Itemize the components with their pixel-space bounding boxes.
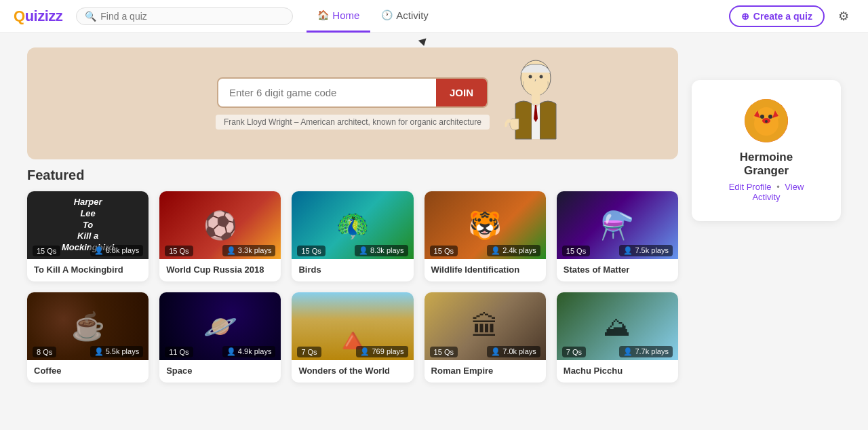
card-plays: 👤 3.3k plays	[222, 245, 276, 256]
card-plays: 👤 6.8k plays	[90, 245, 144, 256]
card-space[interactable]: 11 Qs 👤 4.9k plays Space	[159, 292, 281, 383]
svg-point-14	[765, 120, 768, 123]
card-plays: 👤 8.3k plays	[355, 245, 408, 256]
card-plays: 👤 4.9k plays	[222, 346, 276, 357]
card-wildlife[interactable]: 15 Qs 👤 2.4k plays Wildlife Identificati…	[425, 191, 546, 281]
card-qs: 7 Qs	[297, 347, 321, 357]
nav-activity[interactable]: 🕐 Activity	[370, 0, 439, 33]
activity-label: Activity	[396, 9, 429, 21]
card-qs: 15 Qs	[33, 246, 60, 256]
home-icon: 🏠	[317, 9, 329, 20]
featured-row-2: 8 Qs 👤 5.5k plays Coffee 11 Qs 👤 4.9k pl…	[27, 292, 678, 383]
card-matter[interactable]: 15 Qs 👤 7.5k plays States of Matter	[557, 191, 678, 281]
profile-links: Edit Profile • View Activity	[719, 182, 814, 202]
svg-rect-3	[532, 94, 540, 104]
edit-profile-link[interactable]: Edit Profile	[729, 182, 772, 192]
card-plays: 👤 7.0k plays	[487, 346, 540, 357]
avatar	[745, 99, 788, 142]
card-qs: 15 Qs	[165, 246, 193, 256]
card-title: Space	[159, 360, 281, 383]
navbar: Quizizz 🔍 🏠 Home 🕐 Activity ⊕ Create a q…	[0, 0, 868, 33]
search-input[interactable]	[100, 11, 284, 22]
hero-banner: JOIN Frank Lloyd Wright – American archi…	[27, 47, 678, 159]
featured-section: Featured HarperLeeToKill aMockingbird 15…	[14, 168, 692, 383]
home-label: Home	[332, 9, 359, 21]
card-qs: 7 Qs	[562, 347, 586, 357]
featured-row-1: HarperLeeToKill aMockingbird 15 Qs 👤 6.8…	[27, 191, 678, 281]
card-worldcup[interactable]: 15 Qs 👤 3.3k plays World Cup Russia 2018	[159, 191, 281, 281]
card-qs: 15 Qs	[562, 246, 590, 256]
activity-icon: 🕐	[381, 9, 393, 20]
card-title: World Cup Russia 2018	[159, 259, 281, 281]
card-title: Wonders of the World	[292, 360, 413, 383]
profile-name: Hermoine Granger	[719, 151, 814, 178]
profile-card: Hermoine Granger Edit Profile • View Act…	[692, 80, 841, 221]
card-qs: 8 Qs	[33, 347, 56, 357]
card-mockingbird[interactable]: HarperLeeToKill aMockingbird 15 Qs 👤 6.8…	[27, 191, 149, 281]
card-machu[interactable]: 7 Qs 👤 7.7k plays Machu Picchu	[557, 292, 678, 383]
settings-icon[interactable]: ⚙	[833, 5, 854, 27]
card-title: Wildlife Identification	[425, 259, 546, 281]
hero-caption: Frank Lloyd Wright – American architect,…	[216, 115, 490, 130]
card-title: Birds	[292, 259, 413, 281]
card-plays: 👤 769 plays	[356, 346, 408, 357]
card-plays: 👤 2.4k plays	[487, 245, 540, 256]
nav-home[interactable]: 🏠 Home	[307, 0, 370, 33]
search-icon: 🔍	[85, 11, 96, 22]
card-title: Roman Empire	[425, 360, 546, 383]
section-title: Featured	[27, 168, 678, 183]
card-birds[interactable]: 15 Qs 👤 8.3k plays Birds	[292, 191, 413, 281]
card-plays: 👤 7.5k plays	[619, 245, 673, 256]
nav-links: 🏠 Home 🕐 Activity	[307, 0, 439, 33]
card-roman[interactable]: 15 Qs 👤 7.0k plays Roman Empire	[425, 292, 546, 383]
hero-figure	[475, 47, 597, 159]
svg-point-12	[768, 115, 772, 119]
game-code-input[interactable]	[218, 79, 436, 106]
card-title: To Kill A Mockingbird	[27, 259, 149, 281]
card-qs: 11 Qs	[165, 347, 193, 357]
card-title: States of Matter	[557, 259, 678, 281]
plus-icon: ⊕	[741, 11, 749, 22]
search-area[interactable]: 🔍	[76, 7, 293, 25]
card-coffee[interactable]: 8 Qs 👤 5.5k plays Coffee	[27, 292, 149, 383]
card-plays: 👤 5.5k plays	[90, 346, 144, 357]
card-qs: 15 Qs	[297, 246, 325, 256]
card-plays: 👤 7.7k plays	[619, 346, 673, 357]
card-wonders[interactable]: 7 Qs 👤 769 plays Wonders of the World	[292, 292, 413, 383]
svg-point-2	[540, 75, 543, 79]
game-code-area[interactable]: JOIN	[217, 77, 488, 108]
app-logo[interactable]: Quizizz	[14, 7, 62, 25]
separator: •	[776, 182, 780, 192]
card-title: Machu Picchu	[557, 360, 678, 383]
card-qs: 15 Qs	[430, 246, 458, 256]
svg-point-1	[529, 75, 532, 79]
card-title: Coffee	[27, 360, 149, 383]
create-label: Create a quiz	[753, 11, 812, 22]
create-quiz-button[interactable]: ⊕ Create a quiz	[729, 5, 825, 27]
svg-point-11	[760, 115, 764, 119]
card-qs: 15 Qs	[430, 347, 458, 357]
hero-illustration	[488, 58, 583, 159]
